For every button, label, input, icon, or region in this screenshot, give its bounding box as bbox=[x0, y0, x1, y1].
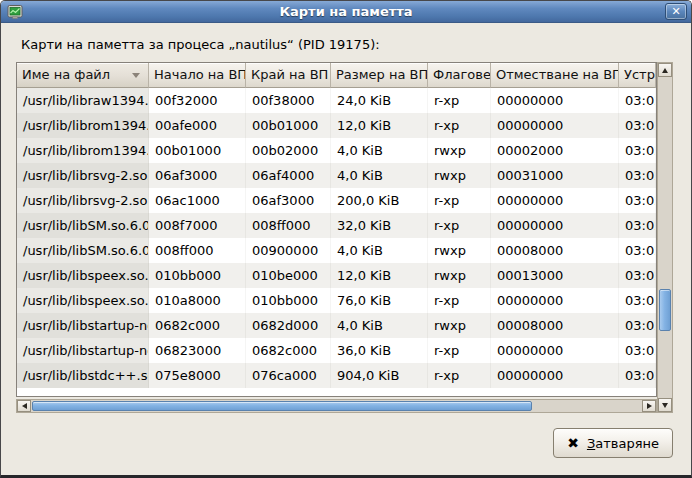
table-row[interactable]: /usr/lib/libSM.so.6.0.0 008ff000 0090000… bbox=[17, 238, 656, 263]
cell-flags: r-xp bbox=[428, 88, 491, 113]
scroll-down-button[interactable] bbox=[658, 398, 672, 412]
scroll-left-button[interactable] bbox=[17, 400, 31, 412]
cell-vm-start: 06af3000 bbox=[149, 163, 246, 188]
cell-vm-start: 0682c000 bbox=[149, 313, 246, 338]
titlebar-close-button[interactable]: ✕ bbox=[665, 3, 687, 20]
table-row[interactable]: /usr/lib/librom1394.so 00b01000 00b02000… bbox=[17, 138, 656, 163]
column-header-vm-start[interactable]: Начало на ВП bbox=[149, 63, 246, 88]
cell-filename: /usr/lib/libraw1394.so bbox=[17, 88, 149, 113]
scroll-up-button[interactable] bbox=[658, 63, 672, 77]
vertical-scrollbar[interactable] bbox=[657, 62, 673, 413]
cell-device: 03:02 bbox=[619, 238, 656, 263]
table-row[interactable]: /usr/lib/libstdc++.so. 075e8000 076ca000… bbox=[17, 363, 656, 388]
column-header-device[interactable]: Устройство bbox=[619, 63, 656, 88]
cell-vm-end: 00f38000 bbox=[246, 88, 331, 113]
cell-filename: /usr/lib/libspeex.so.1 bbox=[17, 263, 149, 288]
column-header-vm-size[interactable]: Размер на ВП bbox=[331, 63, 428, 88]
cell-vm-size: 4,0 KiB bbox=[331, 238, 428, 263]
cell-vm-size: 12,0 KiB bbox=[331, 113, 428, 138]
cell-vm-start: 010a8000 bbox=[149, 288, 246, 313]
cell-vm-end: 00900000 bbox=[246, 238, 331, 263]
table-frame: Име на файл Начало на ВП Край на ВП Разм… bbox=[16, 62, 657, 397]
arrow-up-icon bbox=[662, 68, 668, 73]
cell-vm-offset: 00000000 bbox=[491, 288, 619, 313]
table-row[interactable]: /usr/lib/libspeex.so.1 010a8000 010bb000… bbox=[17, 288, 656, 313]
cell-device: 03:02 bbox=[619, 338, 656, 363]
dialog-footer: ✖ Затваряне bbox=[16, 428, 673, 458]
close-icon: ✕ bbox=[671, 5, 680, 18]
cell-device: 03:02 bbox=[619, 113, 656, 138]
dialog-description: Карти на паметта за процеса „nautilus“ (… bbox=[21, 37, 673, 52]
cell-vm-offset: 00000000 bbox=[491, 363, 619, 388]
table-row[interactable]: /usr/lib/librom1394.so 00afe000 00b01000… bbox=[17, 113, 656, 138]
cell-vm-size: 4,0 KiB bbox=[331, 138, 428, 163]
cell-device: 03:02 bbox=[619, 88, 656, 113]
table-row[interactable]: /usr/lib/libSM.so.6.0.0 008f7000 008ff00… bbox=[17, 213, 656, 238]
table-row[interactable]: /usr/lib/libspeex.so.1 010bb000 010be000… bbox=[17, 263, 656, 288]
cell-device: 03:02 bbox=[619, 313, 656, 338]
dialog-body: Карти на паметта за процеса „nautilus“ (… bbox=[1, 23, 691, 458]
close-button[interactable]: ✖ Затваряне bbox=[553, 428, 673, 458]
table-body: /usr/lib/libraw1394.so 00f32000 00f38000… bbox=[17, 88, 656, 396]
cell-filename: /usr/lib/librsvg-2.so.2 bbox=[17, 163, 149, 188]
column-header-filename[interactable]: Име на файл bbox=[17, 63, 149, 88]
column-header-vm-end[interactable]: Край на ВП bbox=[246, 63, 331, 88]
arrow-left-icon bbox=[22, 403, 27, 409]
cell-flags: rwxp bbox=[428, 263, 491, 288]
cell-vm-size: 4,0 KiB bbox=[331, 163, 428, 188]
cell-filename: /usr/lib/libstartup-not bbox=[17, 313, 149, 338]
table-row[interactable]: /usr/lib/librsvg-2.so.2 06af3000 06af400… bbox=[17, 163, 656, 188]
cell-vm-start: 06823000 bbox=[149, 338, 246, 363]
cell-filename: /usr/lib/libSM.so.6.0.0 bbox=[17, 213, 149, 238]
cell-device: 03:02 bbox=[619, 213, 656, 238]
cell-flags: r-xp bbox=[428, 188, 491, 213]
cell-filename: /usr/lib/libstartup-not bbox=[17, 338, 149, 363]
cell-filename: /usr/lib/librom1394.so bbox=[17, 138, 149, 163]
memory-maps-dialog: Карти на паметта ✕ Карти на паметта за п… bbox=[0, 0, 692, 478]
cell-vm-end: 06af3000 bbox=[246, 188, 331, 213]
cell-vm-end: 0682d000 bbox=[246, 313, 331, 338]
cell-flags: r-xp bbox=[428, 288, 491, 313]
titlebar[interactable]: Карти на паметта ✕ bbox=[1, 1, 691, 23]
cell-flags: rwxp bbox=[428, 313, 491, 338]
cell-device: 03:02 bbox=[619, 288, 656, 313]
horizontal-scrollbar-thumb[interactable] bbox=[32, 401, 532, 411]
cell-vm-start: 00f32000 bbox=[149, 88, 246, 113]
cell-vm-start: 00afe000 bbox=[149, 113, 246, 138]
cell-vm-offset: 00000000 bbox=[491, 188, 619, 213]
cell-vm-offset: 00008000 bbox=[491, 238, 619, 263]
cell-vm-offset: 00000000 bbox=[491, 213, 619, 238]
cell-flags: r-xp bbox=[428, 113, 491, 138]
cell-vm-size: 36,0 KiB bbox=[331, 338, 428, 363]
cell-vm-size: 32,0 KiB bbox=[331, 213, 428, 238]
cell-device: 03:02 bbox=[619, 363, 656, 388]
table-row[interactable]: /usr/lib/libstartup-not 06823000 0682c00… bbox=[17, 338, 656, 363]
cell-vm-offset: 00008000 bbox=[491, 313, 619, 338]
close-button-label: Затваряне bbox=[587, 436, 659, 451]
horizontal-scrollbar-track[interactable] bbox=[31, 400, 642, 412]
cell-vm-start: 008f7000 bbox=[149, 213, 246, 238]
cell-vm-start: 075e8000 bbox=[149, 363, 246, 388]
arrow-down-icon bbox=[662, 403, 668, 408]
column-header-flags[interactable]: Флагове bbox=[428, 63, 491, 88]
cell-filename: /usr/lib/librom1394.so bbox=[17, 113, 149, 138]
vertical-scrollbar-thumb[interactable] bbox=[659, 289, 671, 331]
cell-vm-size: 24,0 KiB bbox=[331, 88, 428, 113]
cell-vm-end: 0682c000 bbox=[246, 338, 331, 363]
cell-vm-start: 06ac1000 bbox=[149, 188, 246, 213]
table-row[interactable]: /usr/lib/libraw1394.so 00f32000 00f38000… bbox=[17, 88, 656, 113]
scroll-right-button[interactable] bbox=[642, 400, 656, 412]
column-header-vm-offset[interactable]: Отместване на ВП bbox=[491, 63, 619, 88]
horizontal-scrollbar[interactable] bbox=[16, 399, 657, 413]
cell-flags: rwxp bbox=[428, 138, 491, 163]
cell-vm-end: 008ff000 bbox=[246, 213, 331, 238]
table-row[interactable]: /usr/lib/libstartup-not 0682c000 0682d00… bbox=[17, 313, 656, 338]
cell-vm-size: 4,0 KiB bbox=[331, 313, 428, 338]
cell-vm-end: 010be000 bbox=[246, 263, 331, 288]
cell-vm-start: 010bb000 bbox=[149, 263, 246, 288]
table-row[interactable]: /usr/lib/librsvg-2.so.2 06ac1000 06af300… bbox=[17, 188, 656, 213]
system-monitor-icon[interactable] bbox=[7, 4, 23, 20]
cell-vm-start: 008ff000 bbox=[149, 238, 246, 263]
cell-vm-size: 12,0 KiB bbox=[331, 263, 428, 288]
vertical-scrollbar-track[interactable] bbox=[658, 77, 672, 398]
